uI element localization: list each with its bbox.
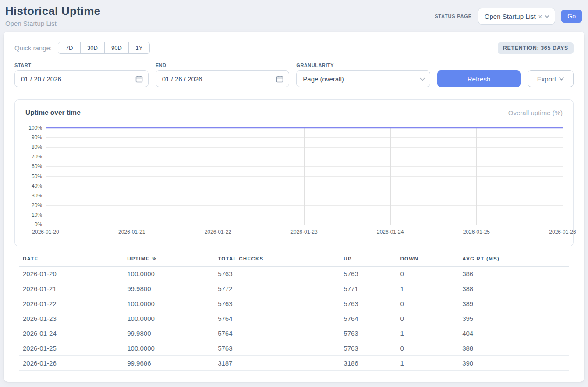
calendar-icon[interactable]	[276, 75, 283, 83]
table-cell: 2026-01-23	[19, 311, 124, 326]
table-row: 2026-01-20100.0000576357630386	[19, 267, 569, 281]
granularity-selected-value: Page (overall)	[303, 75, 420, 83]
table-cell: 5763	[340, 341, 397, 356]
main-card: Quick range: 7D30D90D1Y RETENTION: 365 D…	[4, 32, 584, 382]
calendar-icon[interactable]	[135, 75, 143, 83]
table-cell: 5764	[214, 311, 340, 326]
granularity-label: GRANULARITY	[296, 63, 430, 68]
table-cell: 3186	[340, 356, 397, 371]
table-cell: 5763	[214, 296, 340, 311]
table-cell: 5772	[214, 281, 340, 296]
table-cell: 2026-01-24	[19, 326, 124, 341]
table-cell: 5763	[214, 267, 340, 281]
y-axis-tick-label: 70%	[32, 154, 42, 160]
table-cell: 0	[397, 341, 459, 356]
quick-range-30d[interactable]: 30D	[80, 42, 104, 53]
start-date-field-group: START 01 / 20 / 2026	[14, 63, 149, 87]
end-label: END	[156, 63, 290, 68]
start-date-input[interactable]: 01 / 20 / 2026	[14, 70, 149, 87]
go-button[interactable]: Go	[561, 10, 582, 23]
quick-range-1y[interactable]: 1Y	[128, 42, 149, 53]
clear-icon[interactable]: ×	[538, 13, 542, 20]
y-axis-tick-label: 30%	[32, 193, 42, 199]
uptime-chart: 100%90%80%70%60%50%40%30%20%10%0% 2026-0…	[25, 128, 563, 236]
table-cell: 1	[397, 356, 459, 371]
chart-x-axis: 2026-01-202026-01-212026-01-222026-01-23…	[46, 225, 563, 236]
table-cell: 388	[459, 281, 569, 296]
y-axis-tick-label: 20%	[32, 202, 42, 208]
table-row: 2026-01-25100.0000576357630388	[19, 341, 569, 356]
column-header: UPTIME %	[124, 256, 214, 267]
chevron-down-icon	[545, 15, 549, 18]
status-page-select[interactable]: Open Startup List ×	[478, 8, 556, 25]
table-cell: 388	[459, 341, 569, 356]
y-axis-tick-label: 0%	[35, 222, 42, 228]
column-header: AVG RT (MS)	[459, 256, 569, 267]
quick-range-label: Quick range:	[14, 44, 52, 52]
table-cell: 395	[459, 311, 569, 326]
column-header: DOWN	[397, 256, 459, 267]
start-date-value: 01 / 20 / 2026	[21, 75, 135, 83]
end-date-input[interactable]: 01 / 26 / 2026	[156, 70, 290, 87]
chevron-down-icon	[559, 77, 564, 81]
table-cell: 3187	[214, 356, 340, 371]
chart-plot-wrap: 2026-01-202026-01-212026-01-222026-01-23…	[46, 128, 563, 236]
table-cell: 5764	[340, 311, 397, 326]
table-cell: 1	[397, 326, 459, 341]
table-cell: 99.9686	[124, 356, 214, 371]
uptime-line-series	[46, 128, 563, 225]
uptime-chart-card: Uptime over time Overall uptime (%) 100%…	[14, 99, 574, 246]
uptime-table-section: DATEUPTIME %TOTAL CHECKSUPDOWNAVG RT (MS…	[19, 256, 569, 371]
quick-range-7d[interactable]: 7D	[58, 42, 80, 53]
table-cell: 100.0000	[124, 267, 214, 281]
table-cell: 5763	[214, 341, 340, 356]
table-cell: 2026-01-26	[19, 356, 124, 371]
uptime-table: DATEUPTIME %TOTAL CHECKSUPDOWNAVG RT (MS…	[19, 256, 569, 371]
y-axis-tick-label: 60%	[32, 163, 42, 169]
table-cell: 389	[459, 296, 569, 311]
table-cell: 100.0000	[124, 341, 214, 356]
x-axis-tick-label: 2026-01-20	[32, 229, 59, 235]
table-cell: 1	[397, 281, 459, 296]
granularity-select[interactable]: Page (overall)	[296, 70, 430, 87]
refresh-button[interactable]: Refresh	[437, 70, 521, 87]
table-cell: 0	[397, 267, 459, 281]
column-header: DATE	[19, 256, 124, 267]
table-cell: 0	[397, 296, 459, 311]
y-axis-tick-label: 90%	[32, 134, 42, 141]
x-axis-tick-label: 2026-01-22	[205, 229, 231, 235]
y-axis-tick-label: 80%	[32, 144, 42, 150]
table-row: 2026-01-2199.9800577257711388	[19, 281, 569, 296]
y-axis-tick-label: 40%	[32, 183, 42, 189]
header-controls: STATUS PAGE Open Startup List × Go	[435, 8, 582, 25]
title-block: Historical Uptime Open Startup List	[5, 4, 100, 27]
table-cell: 5763	[340, 267, 397, 281]
table-cell: 386	[459, 267, 569, 281]
table-cell: 2026-01-21	[19, 281, 124, 296]
quick-range-group: 7D30D90D1Y	[58, 42, 150, 54]
chart-title: Uptime over time	[25, 109, 81, 116]
export-button-label: Export	[537, 75, 556, 83]
x-axis-tick-label: 2026-01-23	[290, 229, 317, 235]
end-date-value: 01 / 26 / 2026	[162, 75, 276, 83]
quick-range-90d[interactable]: 90D	[104, 42, 128, 53]
y-axis-tick-label: 50%	[32, 173, 42, 179]
table-cell: 5763	[340, 326, 397, 341]
export-button[interactable]: Export	[528, 70, 574, 87]
chevron-down-icon	[420, 77, 425, 81]
x-axis-tick-label: 2026-01-21	[118, 229, 145, 235]
table-cell: 390	[459, 356, 569, 371]
y-axis-tick-label: 10%	[32, 212, 42, 218]
table-row: 2026-01-2699.9686318731861390	[19, 356, 569, 371]
chart-header: Uptime over time Overall uptime (%)	[25, 109, 563, 116]
table-cell: 100.0000	[124, 311, 214, 326]
table-header-row: DATEUPTIME %TOTAL CHECKSUPDOWNAVG RT (MS…	[19, 256, 569, 267]
page-header: Historical Uptime Open Startup List STAT…	[0, 0, 588, 32]
chart-plot-area	[46, 128, 563, 225]
start-label: START	[14, 63, 149, 68]
quick-range-row: Quick range: 7D30D90D1Y RETENTION: 365 D…	[14, 42, 574, 54]
table-cell: 404	[459, 326, 569, 341]
table-cell: 2026-01-22	[19, 296, 124, 311]
page-title: Historical Uptime	[5, 4, 100, 18]
retention-badge: RETENTION: 365 DAYS	[498, 42, 574, 54]
